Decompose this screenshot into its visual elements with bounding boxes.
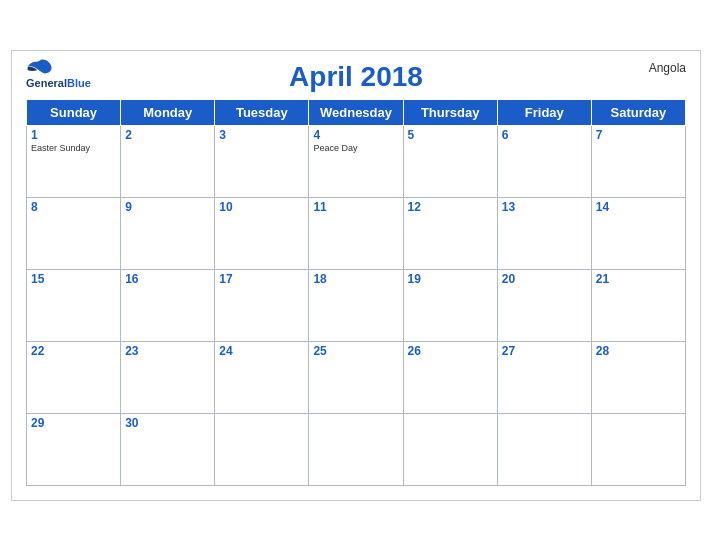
day-number: 25 xyxy=(313,344,398,358)
calendar-cell xyxy=(215,413,309,485)
day-number: 23 xyxy=(125,344,210,358)
calendar-cell: 30 xyxy=(121,413,215,485)
day-number: 12 xyxy=(408,200,493,214)
calendar-week-row: 1Easter Sunday234Peace Day567 xyxy=(27,125,686,197)
calendar-cell: 19 xyxy=(403,269,497,341)
weekday-header-row: Sunday Monday Tuesday Wednesday Thursday… xyxy=(27,99,686,125)
calendar-cell: 8 xyxy=(27,197,121,269)
calendar-container: General Blue April 2018 Angola Sunday Mo… xyxy=(11,50,701,501)
calendar-cell xyxy=(309,413,403,485)
calendar-cell: 5 xyxy=(403,125,497,197)
calendar-cell: 21 xyxy=(591,269,685,341)
calendar-cell: 28 xyxy=(591,341,685,413)
day-number: 1 xyxy=(31,128,116,142)
calendar-cell: 7 xyxy=(591,125,685,197)
calendar-title: April 2018 xyxy=(289,61,423,93)
calendar-week-row: 22232425262728 xyxy=(27,341,686,413)
day-number: 10 xyxy=(219,200,304,214)
header-sunday: Sunday xyxy=(27,99,121,125)
day-number: 30 xyxy=(125,416,210,430)
day-number: 18 xyxy=(313,272,398,286)
day-number: 17 xyxy=(219,272,304,286)
calendar-cell: 1Easter Sunday xyxy=(27,125,121,197)
day-number: 14 xyxy=(596,200,681,214)
calendar-cell: 20 xyxy=(497,269,591,341)
calendar-week-row: 2930 xyxy=(27,413,686,485)
day-number: 24 xyxy=(219,344,304,358)
day-number: 29 xyxy=(31,416,116,430)
day-number: 2 xyxy=(125,128,210,142)
day-number: 28 xyxy=(596,344,681,358)
day-number: 16 xyxy=(125,272,210,286)
calendar-body: 1Easter Sunday234Peace Day56789101112131… xyxy=(27,125,686,485)
header-monday: Monday xyxy=(121,99,215,125)
calendar-cell: 11 xyxy=(309,197,403,269)
calendar-cell: 14 xyxy=(591,197,685,269)
logo-general: General xyxy=(26,77,67,89)
country-label: Angola xyxy=(649,61,686,75)
calendar-cell: 18 xyxy=(309,269,403,341)
day-number: 6 xyxy=(502,128,587,142)
header-saturday: Saturday xyxy=(591,99,685,125)
day-number: 8 xyxy=(31,200,116,214)
calendar-week-row: 891011121314 xyxy=(27,197,686,269)
calendar-cell: 4Peace Day xyxy=(309,125,403,197)
event-label: Easter Sunday xyxy=(31,143,116,154)
day-number: 15 xyxy=(31,272,116,286)
day-number: 4 xyxy=(313,128,398,142)
calendar-cell: 24 xyxy=(215,341,309,413)
calendar-cell: 25 xyxy=(309,341,403,413)
day-number: 9 xyxy=(125,200,210,214)
logo-blue: Blue xyxy=(67,77,91,89)
day-number: 5 xyxy=(408,128,493,142)
header-thursday: Thursday xyxy=(403,99,497,125)
calendar-cell: 29 xyxy=(27,413,121,485)
calendar-cell xyxy=(403,413,497,485)
calendar-cell: 23 xyxy=(121,341,215,413)
calendar-cell: 26 xyxy=(403,341,497,413)
calendar-cell xyxy=(591,413,685,485)
calendar-cell: 9 xyxy=(121,197,215,269)
calendar-cell: 13 xyxy=(497,197,591,269)
calendar-header: General Blue April 2018 Angola xyxy=(26,61,686,93)
day-number: 13 xyxy=(502,200,587,214)
calendar-cell: 22 xyxy=(27,341,121,413)
calendar-week-row: 15161718192021 xyxy=(27,269,686,341)
calendar-cell: 6 xyxy=(497,125,591,197)
day-number: 7 xyxy=(596,128,681,142)
calendar-cell: 15 xyxy=(27,269,121,341)
day-number: 26 xyxy=(408,344,493,358)
calendar-cell: 10 xyxy=(215,197,309,269)
header-friday: Friday xyxy=(497,99,591,125)
calendar-thead: Sunday Monday Tuesday Wednesday Thursday… xyxy=(27,99,686,125)
day-number: 27 xyxy=(502,344,587,358)
logo-area: General Blue xyxy=(26,61,91,89)
calendar-cell: 16 xyxy=(121,269,215,341)
calendar-cell: 12 xyxy=(403,197,497,269)
header-wednesday: Wednesday xyxy=(309,99,403,125)
day-number: 11 xyxy=(313,200,398,214)
header-tuesday: Tuesday xyxy=(215,99,309,125)
logo-icon xyxy=(26,59,54,77)
calendar-cell: 2 xyxy=(121,125,215,197)
calendar-cell: 27 xyxy=(497,341,591,413)
day-number: 22 xyxy=(31,344,116,358)
day-number: 3 xyxy=(219,128,304,142)
event-label: Peace Day xyxy=(313,143,398,154)
calendar-cell: 3 xyxy=(215,125,309,197)
day-number: 21 xyxy=(596,272,681,286)
calendar-cell xyxy=(497,413,591,485)
day-number: 19 xyxy=(408,272,493,286)
calendar-table: Sunday Monday Tuesday Wednesday Thursday… xyxy=(26,99,686,486)
calendar-cell: 17 xyxy=(215,269,309,341)
day-number: 20 xyxy=(502,272,587,286)
